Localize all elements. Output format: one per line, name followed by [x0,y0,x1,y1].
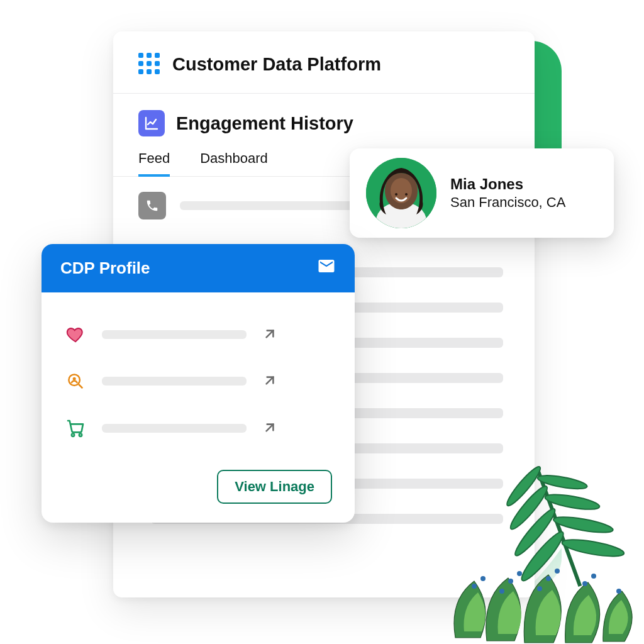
foliage-illustration [430,430,644,644]
app-launcher-icon[interactable] [138,53,161,75]
app-title: Customer Data Platform [172,54,381,75]
cdp-title: CDP Profile [60,258,150,278]
cdp-row[interactable] [64,404,332,452]
cdp-header: CDP Profile [42,244,355,292]
svg-point-21 [555,569,560,574]
section-title: Engagement History [176,113,353,134]
arrow-up-right-icon[interactable] [262,372,279,390]
svg-point-19 [499,589,504,594]
chart-icon [138,110,165,136]
tab-feed[interactable]: Feed [138,150,170,177]
tab-dashboard[interactable]: Dashboard [200,150,268,176]
placeholder-line [102,424,247,433]
avatar [366,158,436,228]
arrow-up-right-icon[interactable] [262,326,279,343]
mail-icon[interactable] [317,257,336,280]
cdp-row[interactable] [64,311,332,358]
svg-point-25 [616,589,621,594]
svg-point-24 [591,574,596,579]
svg-point-20 [546,576,551,581]
cdp-body [42,292,355,467]
arrow-up-right-icon[interactable] [262,419,279,437]
svg-point-22 [537,586,542,591]
svg-point-6 [79,434,82,436]
svg-point-5 [72,434,74,436]
svg-point-2 [391,178,412,203]
search-user-icon [64,372,87,391]
contact-text: Mia Jones San Francisco, CA [450,175,565,211]
svg-point-16 [480,576,486,581]
phone-icon [138,192,166,219]
svg-point-23 [582,581,587,586]
section-header: Engagement History [113,94,535,142]
svg-point-17 [508,579,513,584]
svg-point-18 [517,571,522,576]
cdp-profile-card: CDP Profile [42,244,355,523]
svg-point-4 [73,377,76,380]
contact-name: Mia Jones [450,175,565,193]
contact-location: San Francisco, CA [450,194,565,211]
placeholder-line [180,201,356,210]
placeholder-line [102,330,247,339]
app-header: Customer Data Platform [113,31,535,94]
svg-point-15 [472,584,477,589]
cart-icon [64,418,87,438]
view-lineage-button[interactable]: View Linage [217,470,332,504]
contact-card: Mia Jones San Francisco, CA [350,148,614,238]
cdp-row[interactable] [64,358,332,404]
placeholder-line [102,377,247,386]
heart-icon [64,325,87,344]
